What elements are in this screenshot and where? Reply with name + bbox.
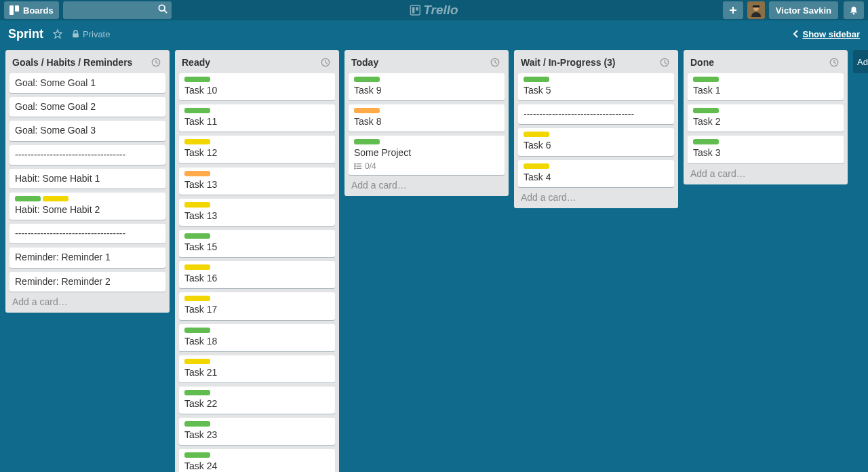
card-labels <box>354 108 499 113</box>
svg-rect-12 <box>73 33 79 37</box>
list-menu-button[interactable] <box>827 56 841 69</box>
add-list-button[interactable]: Ad <box>853 50 868 73</box>
card[interactable]: Task 9 <box>349 73 505 100</box>
cards-container: Task 5----------------------------------… <box>518 73 674 187</box>
card[interactable]: Habit: Some Habit 2 <box>9 193 165 220</box>
card[interactable]: ----------------------------------- <box>518 104 674 124</box>
card[interactable]: Task 21 <box>179 355 335 382</box>
card[interactable]: Task 13 <box>179 168 335 195</box>
card[interactable]: Task 17 <box>179 292 335 319</box>
card[interactable]: Task 23 <box>179 418 335 445</box>
card[interactable]: Goal: Some Goal 3 <box>9 121 165 140</box>
svg-rect-1 <box>15 5 19 12</box>
app-logo[interactable]: Trello <box>410 3 458 18</box>
notifications-button[interactable] <box>844 1 864 19</box>
privacy-button[interactable]: Private <box>72 29 110 39</box>
avatar[interactable] <box>747 1 765 19</box>
show-sidebar-link[interactable]: Show sidebar <box>793 29 860 39</box>
card[interactable]: Task 18 <box>179 324 335 351</box>
list-title[interactable]: Today <box>351 57 488 68</box>
add-card-button[interactable]: Add a card… <box>518 187 674 204</box>
chevron-left-icon <box>793 30 800 38</box>
card[interactable]: Habit: Some Habit 1 <box>9 169 165 189</box>
card[interactable]: Task 4 <box>518 160 674 187</box>
user-name: Victor Savkin <box>776 5 831 16</box>
add-card-button[interactable]: Add a card… <box>688 163 844 180</box>
card-title: ----------------------------------- <box>15 227 160 239</box>
label-yellow <box>524 132 549 137</box>
card[interactable]: Reminder: Reminder 2 <box>9 272 165 292</box>
card[interactable]: ----------------------------------- <box>9 224 165 243</box>
add-card-button[interactable]: Add a card… <box>9 292 165 309</box>
plus-icon <box>728 5 738 15</box>
list-title[interactable]: Goals / Habits / Reminders <box>12 57 149 68</box>
star-icon <box>53 29 62 39</box>
label-yellow <box>184 139 210 144</box>
card[interactable]: Task 8 <box>349 104 505 132</box>
card-labels <box>184 139 330 144</box>
card-title: Reminder: Reminder 1 <box>15 251 160 263</box>
list-menu-button[interactable] <box>658 56 671 69</box>
card[interactable]: Task 2 <box>688 104 844 132</box>
card[interactable]: Task 6 <box>518 128 674 155</box>
search-input[interactable] <box>63 1 172 19</box>
star-button[interactable] <box>53 29 62 39</box>
label-green <box>184 452 210 458</box>
svg-point-19 <box>355 163 355 164</box>
card[interactable]: Task 5 <box>518 73 674 100</box>
board-name[interactable]: Sprint <box>8 27 43 41</box>
card-labels <box>184 202 330 208</box>
card[interactable]: Task 11 <box>179 104 335 132</box>
card[interactable]: Task 22 <box>179 387 335 414</box>
card-title: Task 2 <box>693 115 838 127</box>
list-title[interactable]: Done <box>690 57 827 68</box>
card-title: Task 4 <box>524 171 669 183</box>
list-title[interactable]: Ready <box>182 57 319 68</box>
card[interactable]: Some Project0/4 <box>349 136 505 174</box>
card-title: Goal: Some Goal 2 <box>15 100 160 113</box>
add-card-button[interactable]: Add a card… <box>349 175 505 192</box>
list-menu-button[interactable] <box>319 56 332 69</box>
label-green <box>693 77 719 82</box>
card[interactable]: ----------------------------------- <box>9 145 165 165</box>
card-title: Task 11 <box>184 115 330 127</box>
card-title: Task 13 <box>184 210 330 222</box>
card-labels <box>693 139 838 144</box>
card[interactable]: Task 24 <box>179 449 335 472</box>
card[interactable]: Task 15 <box>179 230 335 257</box>
card-title: Task 3 <box>693 146 838 159</box>
card[interactable]: Task 3 <box>688 136 844 163</box>
card[interactable]: Reminder: Reminder 1 <box>9 248 165 267</box>
clock-icon <box>321 58 330 67</box>
card[interactable]: Task 10 <box>179 73 335 100</box>
svg-rect-10 <box>753 5 760 7</box>
card-title: Task 10 <box>184 84 330 96</box>
card[interactable]: Goal: Some Goal 1 <box>9 73 165 93</box>
list-title[interactable]: Wait / In-Progress (3) <box>521 57 658 68</box>
card-title: Goal: Some Goal 3 <box>15 124 160 136</box>
svg-point-21 <box>355 168 355 168</box>
svg-point-11 <box>853 13 855 15</box>
privacy-label: Private <box>83 29 110 39</box>
list-menu-button[interactable] <box>149 56 163 69</box>
label-green <box>184 328 210 333</box>
board-header: Sprint Private Show sidebar <box>0 20 868 47</box>
show-sidebar-label: Show sidebar <box>802 29 860 39</box>
card-title: Task 8 <box>354 115 499 127</box>
card[interactable]: Task 1 <box>688 73 844 100</box>
label-orange <box>354 108 380 113</box>
user-menu-button[interactable]: Victor Savkin <box>769 1 838 19</box>
svg-point-20 <box>355 165 355 166</box>
card[interactable]: Task 16 <box>179 261 335 288</box>
card-labels <box>184 452 330 458</box>
card[interactable]: Task 12 <box>179 136 335 163</box>
list-menu-button[interactable] <box>488 56 502 69</box>
list-header: Done <box>688 54 844 73</box>
checklist-icon <box>354 163 362 170</box>
card[interactable]: Task 13 <box>179 199 335 226</box>
card[interactable]: Goal: Some Goal 2 <box>9 97 165 117</box>
svg-rect-0 <box>9 5 14 15</box>
boards-button[interactable]: Boards <box>4 1 59 19</box>
create-button[interactable] <box>723 1 743 19</box>
card-labels <box>184 108 330 113</box>
